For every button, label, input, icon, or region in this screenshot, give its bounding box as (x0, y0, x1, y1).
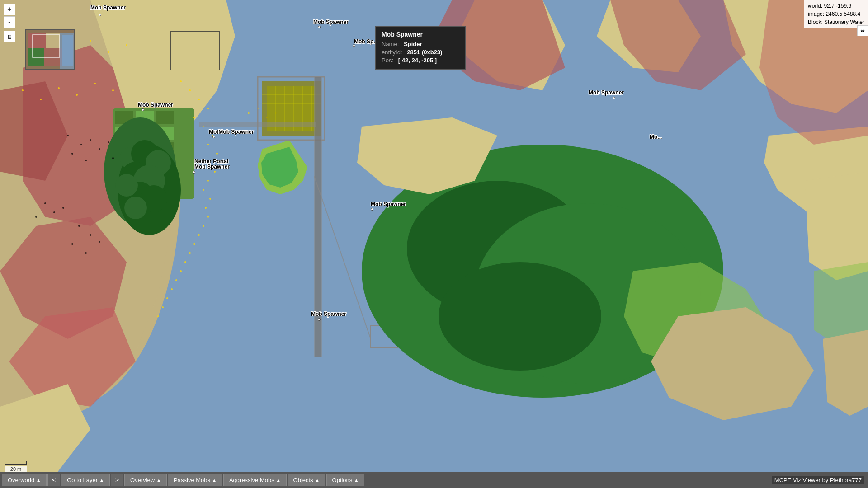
nav-prev-button[interactable]: < (47, 474, 60, 486)
svg-point-22 (124, 197, 147, 219)
objects-button[interactable]: Objects ▲ (288, 474, 326, 486)
svg-point-100 (533, 216, 534, 218)
svg-point-20 (115, 174, 138, 197)
svg-point-55 (189, 252, 191, 254)
svg-point-74 (80, 144, 82, 145)
tooltip-entity-row: entityId: 2851 (0xb23) (382, 49, 459, 56)
svg-point-103 (560, 216, 561, 218)
svg-point-47 (207, 180, 209, 182)
svg-point-124 (475, 203, 701, 384)
svg-point-33 (76, 94, 78, 96)
svg-point-12 (104, 117, 176, 226)
svg-point-39 (207, 108, 209, 109)
svg-point-80 (112, 157, 114, 159)
svg-point-16 (146, 150, 171, 175)
svg-point-57 (180, 270, 182, 272)
svg-rect-105 (262, 81, 321, 136)
svg-line-121 (314, 176, 371, 339)
svg-point-48 (203, 189, 204, 191)
overworld-button[interactable]: Overworld ▲ (2, 474, 47, 486)
aggressive-mobs-label: Aggressive Mobs (229, 477, 274, 483)
svg-point-63 (361, 135, 363, 136)
svg-point-52 (203, 225, 204, 227)
objects-arrow: ▲ (315, 478, 320, 483)
svg-point-28 (108, 51, 109, 53)
svg-point-76 (99, 148, 100, 150)
svg-point-77 (108, 141, 109, 143)
svg-point-95 (478, 198, 480, 200)
passive-mobs-arrow: ▲ (212, 478, 217, 483)
tooltip-pos-row: Pos: [ 42, 24, -205 ] (382, 57, 459, 64)
east-button[interactable]: E (4, 31, 15, 42)
tooltip-pos-value: [ 42, 24, -205 ] (398, 57, 437, 64)
svg-point-65 (379, 139, 381, 141)
mob-spawner-label-9: Mob Spawner (311, 311, 346, 317)
svg-point-81 (78, 225, 80, 227)
mo-label: Mo... (650, 134, 662, 140)
go-to-layer-arrow: ▲ (99, 478, 104, 483)
motmob-spawner-dot (212, 136, 215, 138)
overworld-label: Overworld (8, 477, 34, 483)
passive-mobs-label: Passive Mobs (174, 477, 210, 483)
tooltip-entity-value: 2851 (0xb23) (407, 49, 442, 56)
mob-sp-dot (353, 44, 355, 47)
scale-line (5, 461, 27, 465)
zoom-in-button[interactable]: + (4, 4, 15, 15)
mob-spawner-dot-5 (193, 171, 195, 174)
svg-point-102 (551, 221, 552, 222)
mob-spawner-label-10: Mob Spawner (589, 89, 624, 96)
svg-point-50 (205, 207, 207, 209)
svg-point-84 (99, 241, 100, 243)
svg-rect-2 (113, 108, 194, 199)
svg-point-45 (221, 162, 222, 164)
passive-mobs-button[interactable]: Passive Mobs ▲ (168, 474, 222, 486)
svg-point-94 (469, 189, 471, 191)
svg-rect-11 (156, 142, 174, 156)
scale-label: 20 m (5, 466, 27, 472)
options-button[interactable]: Options ▲ (326, 474, 365, 486)
svg-rect-3 (115, 111, 133, 124)
svg-point-68 (406, 153, 408, 155)
svg-point-56 (184, 261, 186, 263)
svg-point-78 (71, 153, 73, 155)
mob-spawner-dot-6 (318, 26, 321, 28)
svg-point-27 (90, 40, 91, 42)
go-to-layer-label: Go to Layer (67, 477, 98, 483)
zoom-out-button[interactable]: - (4, 16, 15, 28)
coords-display: world: 92.7 -159.6 image: 2460.5 5488.4 … (804, 0, 868, 28)
svg-point-101 (542, 211, 543, 213)
svg-point-125 (439, 262, 601, 371)
svg-point-60 (166, 297, 168, 299)
zoom-controls: + - (4, 4, 15, 28)
svg-rect-10 (136, 142, 154, 156)
overview-arrow: ▲ (156, 478, 161, 483)
aggressive-mobs-arrow: ▲ (276, 478, 281, 483)
nav-next-button[interactable]: > (111, 474, 123, 486)
aggressive-mobs-button[interactable]: Aggressive Mobs ▲ (223, 474, 287, 486)
svg-point-66 (388, 148, 390, 150)
svg-point-64 (370, 144, 372, 145)
go-to-layer-button[interactable]: Go to Layer ▲ (61, 474, 110, 486)
svg-point-58 (175, 279, 177, 281)
mob-spawner-dot-10 (613, 97, 615, 99)
bottom-toolbar: Overworld ▲ < Go to Layer ▲ > Overview ▲… (0, 472, 868, 488)
svg-point-14 (120, 147, 142, 169)
svg-point-82 (90, 234, 91, 236)
mob-sp-label: Mob Sp... (354, 38, 378, 45)
svg-point-43 (207, 144, 209, 145)
overview-button[interactable]: Overview ▲ (124, 474, 167, 486)
svg-point-62 (157, 315, 159, 317)
svg-rect-134 (60, 33, 75, 69)
svg-rect-9 (115, 142, 133, 156)
svg-point-36 (180, 80, 182, 82)
objects-label: Objects (293, 477, 313, 483)
expand-button[interactable]: ⇔ (857, 25, 868, 36)
svg-point-88 (62, 207, 64, 209)
svg-point-61 (162, 306, 164, 308)
svg-point-97 (505, 202, 507, 204)
svg-point-85 (85, 252, 87, 254)
map-container: Mob Spawner Mob Spawner MotMob Spawner N… (0, 0, 868, 488)
svg-point-72 (275, 112, 277, 114)
svg-point-87 (53, 211, 55, 213)
nether-portal-label: Nether Portal (194, 158, 228, 164)
